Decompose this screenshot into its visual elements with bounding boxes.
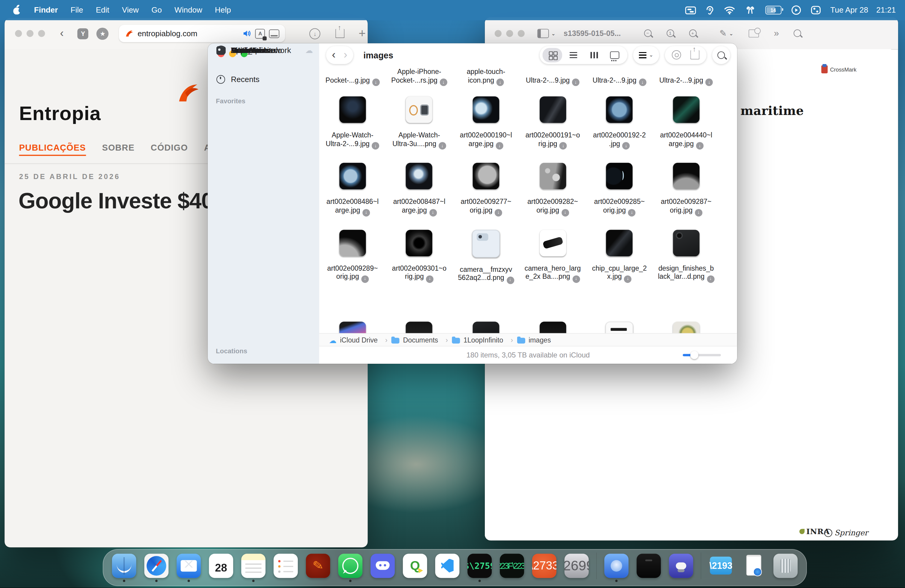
dock-item[interactable] [600,553,633,582]
dock-app-icon[interactable] [273,553,298,578]
icloud-download-icon[interactable]: ↓ [372,142,379,150]
forward-button[interactable]: › [344,49,347,61]
icloud-download-icon[interactable]: ↓ [622,142,630,150]
dock-app-icon[interactable] [637,553,661,578]
blog-nav-item[interactable]: PUBLICAÇÕES [19,143,86,156]
dock-app-icon[interactable] [435,553,459,578]
dock-item[interactable] [237,553,270,582]
file-item[interactable]: camera__fmzxyv562aq2...d.png↓ [452,230,519,284]
file-item[interactable]: art002e000190~large.jpg↓ [452,96,519,150]
file-item-partial[interactable]: apple-touch-icon.png↓ [452,68,519,86]
icloud-download-icon[interactable]: ↓ [696,142,703,150]
file-item[interactable]: art002e009289~orig.jpg↓ [319,230,386,284]
dock-item[interactable] [496,553,528,582]
icloud-download-icon[interactable]: ↓ [361,275,369,283]
extension-y-icon[interactable]: Y [78,28,89,39]
dock-item[interactable] [431,553,464,582]
share-icon[interactable] [335,29,345,38]
icloud-download-icon[interactable]: ↓ [639,79,646,86]
dock-item[interactable] [737,553,769,582]
dock-app-icon[interactable] [241,553,265,578]
preview-window-controls[interactable] [495,30,525,37]
icloud-download-icon[interactable]: ↓ [362,209,370,216]
blog-nav-item[interactable]: CÓDIGO [151,143,188,156]
dock-item[interactable] [399,553,431,582]
dock-app-icon[interactable] [604,553,629,578]
close-button[interactable] [495,30,502,37]
file-item-partial[interactable]: Pocket-...g.jpg↓ [319,68,386,86]
dock-item[interactable] [665,553,697,582]
dock-item[interactable] [769,553,802,582]
file-item[interactable]: chip_cpu_large_2x.jpg↓ [586,230,653,284]
dock-app-icon[interactable] [176,553,201,578]
crossmark-badge[interactable]: CrossMark [821,65,856,73]
icloud-download-icon[interactable]: ↓ [372,79,379,86]
file-item-partial[interactable]: Ultra-2-...9.jpg↓ [586,68,653,86]
file-item-partial[interactable]: Apple-iPhone-Pocket-...rs.jpg↓ [386,68,452,86]
dock-app-icon[interactable] [596,552,597,579]
markup-icon[interactable]: ✎⌄ [719,28,734,39]
dock-app-icon[interactable] [500,553,524,578]
dock-app-icon[interactable] [532,553,556,578]
dock-item[interactable] [697,552,705,583]
file-item[interactable]: Apple-Watch-Ultra-3u....png↓ [386,96,452,150]
wifi-icon[interactable] [724,5,735,15]
path-segment[interactable]: Documents › [391,336,452,344]
dock-item[interactable] [367,553,399,582]
dock-app-icon[interactable] [403,553,427,578]
group-by-button[interactable]: ⌄ [634,46,659,64]
dock-app-icon[interactable] [564,553,589,578]
icloud-download-icon[interactable]: ↓ [440,79,447,86]
view-mode-button[interactable] [564,48,583,62]
icloud-download-icon[interactable]: ↓ [695,209,702,216]
extension-star-icon[interactable]: ★ [97,27,109,40]
dock-item[interactable] [633,553,665,582]
file-item[interactable] [586,321,653,334]
file-item[interactable] [452,321,519,334]
translate-icon[interactable]: A [255,29,265,38]
dock-item[interactable] [270,553,302,582]
shapes-icon[interactable] [748,29,759,37]
dock-app-icon[interactable] [741,553,765,578]
icloud-download-icon[interactable]: ↓ [496,142,503,150]
menu-file[interactable]: File [64,6,89,14]
menu-window[interactable]: Window [168,6,209,14]
minimize-button[interactable] [27,30,33,37]
dock-item[interactable] [593,552,600,583]
zoom-button[interactable] [518,30,525,37]
file-item[interactable]: art002e009287~orig.jpg↓ [653,163,719,216]
dock-app-icon[interactable] [338,553,362,578]
path-segment[interactable]: ☁ iCloud Drive › [329,335,391,344]
icloud-download-icon[interactable]: ↓ [624,275,632,283]
dock-app-icon[interactable] [709,553,733,578]
menu-clock[interactable]: Tue Apr 28 21:21 [830,6,896,14]
more-toolbar-icon[interactable]: » [774,28,778,39]
blog-brand[interactable]: Entropia [19,102,101,124]
zoom-in-icon[interactable]: + [689,29,696,37]
dock-app-icon[interactable] [773,553,797,578]
icloud-download-icon[interactable]: ↓ [561,209,569,216]
icloud-download-icon[interactable]: ↓ [495,209,502,216]
file-item[interactable] [386,321,452,334]
share-icon[interactable] [691,50,700,60]
dock-item[interactable] [528,553,560,582]
dock-app-icon[interactable] [669,553,693,578]
new-tab-icon[interactable]: + [359,27,366,40]
dock-item[interactable] [173,553,205,582]
control-center-icon[interactable] [811,5,821,15]
dock-item[interactable] [108,553,140,582]
file-item[interactable] [653,321,719,334]
dock-item[interactable] [560,553,593,582]
menu-edit[interactable]: Edit [89,6,116,14]
dock-item[interactable] [334,553,367,582]
icon-size-slider[interactable] [683,354,721,356]
file-item-partial[interactable]: Ultra-2-...9.jpg↓ [519,68,586,86]
dock-app-icon[interactable] [370,553,395,578]
sidebar-item[interactable]: Pictures [216,43,313,57]
file-item[interactable]: art002e009282~orig.jpg↓ [519,163,586,216]
dock-app-icon[interactable]: 28 [209,553,233,578]
menu-app-name[interactable]: Finder [28,6,64,14]
dock-item[interactable] [140,553,173,582]
dock-app-icon[interactable] [467,553,492,578]
audio-playing-icon[interactable] [243,30,251,37]
